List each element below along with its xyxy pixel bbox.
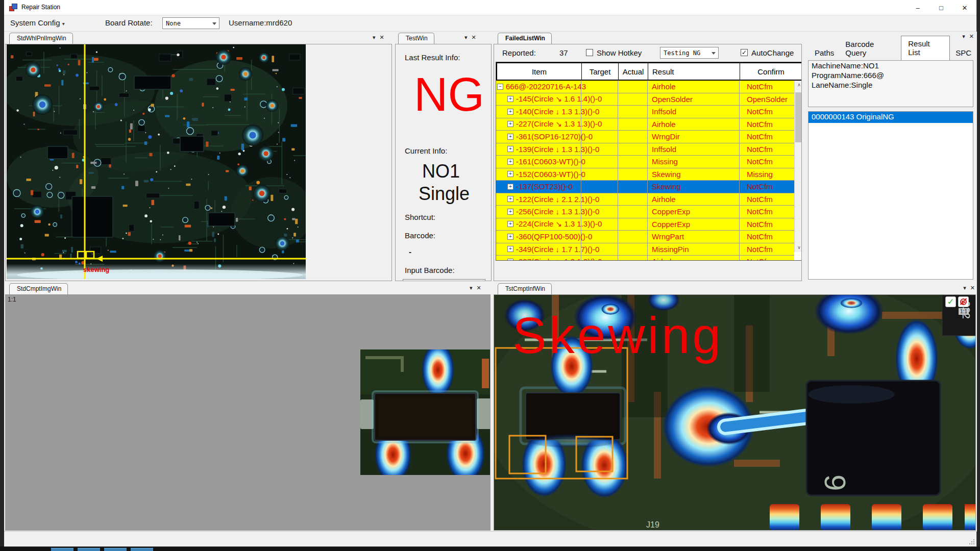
pass-check-icon[interactable]: ✓ [945, 296, 956, 307]
close-icon[interactable]: ✕ [472, 34, 476, 41]
failed-row[interactable]: +-349(Circle ↓ 1.7 1.7)()-0MissingPinNot… [496, 243, 794, 256]
item-text: -360(QFP100-500)()-0 [516, 232, 592, 241]
expand-icon[interactable]: + [507, 171, 513, 177]
minimize-button[interactable]: – [906, 0, 929, 15]
input-barcode-field[interactable] [403, 279, 485, 281]
defect-component-image[interactable]: 2229J19 Skewing [494, 295, 976, 531]
expand-icon[interactable]: + [507, 221, 513, 227]
result-filter-select[interactable]: Testing NG [660, 47, 719, 59]
confirm-cell: NotCfm [740, 118, 794, 131]
failed-row[interactable]: +-224(Circle ↘ 1.3 1.3)()-0CopperExpNotC… [496, 218, 794, 231]
expand-icon[interactable]: + [507, 209, 513, 215]
tab-stdcmptimgwin[interactable]: StdCmptImgWin [9, 283, 68, 294]
lane-name-line: LaneName:Single [808, 80, 973, 90]
lane-name-value: Single [419, 183, 470, 205]
expand-icon[interactable]: + [507, 196, 513, 202]
vertical-scrollbar[interactable]: ∧ ∨ [794, 81, 802, 252]
scroll-down-icon[interactable]: ∨ [795, 243, 802, 252]
program-name-line: ProgramName:666@ [808, 70, 973, 80]
chevron-down-icon[interactable]: ▾ [373, 34, 376, 41]
autochange-checkbox[interactable]: ✓ [741, 49, 748, 56]
failed-rows: −666@-20220716-A-143AirholeNotCfm+-145(C… [496, 81, 794, 260]
chevron-down-icon [712, 52, 716, 55]
menu-system-config[interactable]: System Config ▾ [10, 18, 65, 27]
input-barcode-label: Input Barcode: [405, 266, 455, 274]
show-hotkey-checkbox[interactable] [586, 49, 593, 56]
col-confirm[interactable]: Confirm [740, 63, 802, 80]
close-button[interactable]: ✕ [953, 0, 976, 15]
dock-tab-barcode-query[interactable]: Barcode Query [840, 38, 901, 60]
expand-icon[interactable]: + [507, 134, 513, 140]
collapse-icon[interactable]: − [497, 84, 503, 90]
close-icon[interactable]: ✕ [380, 34, 384, 41]
expand-icon[interactable]: + [507, 184, 513, 190]
scroll-thumb[interactable] [795, 92, 802, 142]
result-cell: CopperExp [648, 218, 740, 231]
app-icon [9, 4, 17, 12]
col-result[interactable]: Result [648, 63, 740, 80]
failed-row[interactable]: +-140(Circle ↓ 1.3 1.3)()-0InffsoldNotCf… [496, 106, 794, 118]
maximize-button[interactable]: □ [929, 0, 953, 15]
chevron-down-icon: ▾ [62, 21, 65, 27]
failed-row[interactable]: +-122(Circle ↓ 2.1 2.1)()-0AirholeNotCfm [496, 193, 794, 206]
failed-row[interactable]: +-227(Circle ↘ 1.3 1.3)()-0AirholeNotCfm [496, 118, 794, 131]
dock-tab-paths[interactable]: Paths [809, 46, 840, 60]
taskbar-button[interactable] [78, 548, 100, 551]
reject-prohibit-icon[interactable] [958, 296, 969, 307]
failed-row[interactable]: +-139(Circle ↓ 1.3 1.3)()-0InffsoldNotCf… [496, 143, 794, 156]
expand-icon[interactable]: + [507, 109, 513, 115]
tab-tstcmptinfwin[interactable]: TstCmptInfWin [498, 283, 552, 294]
expand-icon[interactable]: + [507, 146, 513, 152]
close-icon[interactable]: ✕ [477, 284, 481, 291]
actual-cell [618, 218, 648, 231]
shortcut-label: Shortcut: [405, 213, 435, 221]
panel-std-cmpt-img: StdCmptImgWin ▾ ✕ 1:1 [4, 282, 492, 532]
pcb-board-image[interactable]: skewing [7, 44, 306, 279]
chevron-down-icon[interactable]: ▾ [464, 34, 468, 41]
close-icon[interactable]: ✕ [969, 33, 974, 40]
standard-component-image[interactable] [360, 349, 491, 475]
chevron-down-icon[interactable]: ▾ [962, 33, 965, 40]
last-result-value: NG [414, 71, 484, 118]
failed-row[interactable]: +-161(C0603-WT)()-0MissingNotCfm [496, 156, 794, 168]
tab-failedlistwin[interactable]: FailedListWin [498, 33, 552, 44]
item-text: -152(C0603-WT)()-0 [516, 170, 585, 179]
result-list-item[interactable]: 0000000143 OriginalNG [808, 112, 973, 123]
taskbar-button[interactable] [131, 548, 153, 551]
taskbar-button[interactable] [51, 548, 74, 551]
result-cell: Airhole [648, 193, 740, 206]
failed-row[interactable]: +-145(Circle ↘ 1.6 1.4)()-0OpenSolderOpe… [496, 93, 794, 106]
failed-row[interactable]: +-361(SOP16-1270)()-0WrngDirNotCfm [496, 131, 794, 143]
failed-row[interactable]: +-137(SOT23)()-0SkewingNotCfm [496, 181, 794, 193]
board-rotate-select[interactable]: None [162, 17, 219, 29]
dock-tab-result-list[interactable]: Result List [901, 36, 950, 61]
confirm-cell: NotCfm [740, 143, 794, 156]
result-cell: Missing [648, 156, 740, 168]
failed-row[interactable]: +-256(Circle ↓ 1.3 1.3)()-0CopperExpNotC… [496, 206, 794, 218]
expand-icon[interactable]: + [507, 259, 513, 260]
col-target[interactable]: Target [582, 63, 619, 80]
dock-tab-spc[interactable]: SPC [950, 46, 977, 60]
confirm-cell: NotCfm [740, 231, 794, 243]
tab-stdwhlpnlimgwin[interactable]: StdWhlPnlImgWin [9, 33, 73, 44]
failed-row[interactable]: +-307(Circle ↘ 1.3 1.3)()-0AirholeNotCfm [496, 256, 794, 260]
chevron-down-icon[interactable]: ▾ [963, 284, 966, 291]
col-item[interactable]: Item [497, 63, 582, 80]
expand-icon[interactable]: + [507, 246, 513, 252]
resize-grip[interactable] [968, 538, 974, 544]
failed-row[interactable]: +-360(QFP100-500)()-0WrngPartNotCfm [496, 231, 794, 243]
failed-row[interactable]: +-152(C0603-WT)()-0SkewingMissing [496, 168, 794, 181]
expand-icon[interactable]: + [507, 159, 513, 165]
expand-icon[interactable]: + [507, 96, 513, 102]
taskbar-button[interactable] [104, 548, 127, 551]
expand-icon[interactable]: + [507, 234, 513, 240]
chevron-down-icon[interactable]: ▾ [470, 284, 473, 291]
tab-testwin[interactable]: TestWin [398, 33, 434, 44]
failed-row[interactable]: −666@-20220716-A-143AirholeNotCfm [496, 81, 794, 93]
panel-test-win: TestWin ▾ ✕ Last Result Info: NG Current… [394, 32, 493, 282]
confirm-cell: NotCfm [740, 243, 794, 256]
col-actual[interactable]: Actual [619, 63, 648, 80]
expand-icon[interactable]: + [507, 121, 513, 127]
close-icon[interactable]: ✕ [970, 284, 975, 291]
scroll-up-icon[interactable]: ∧ [795, 81, 802, 89]
